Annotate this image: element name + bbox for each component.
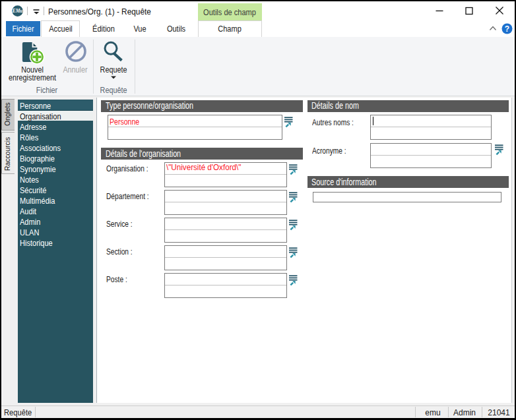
- svg-text:?: ?: [505, 24, 509, 34]
- svg-text:EMu: EMu: [12, 8, 23, 14]
